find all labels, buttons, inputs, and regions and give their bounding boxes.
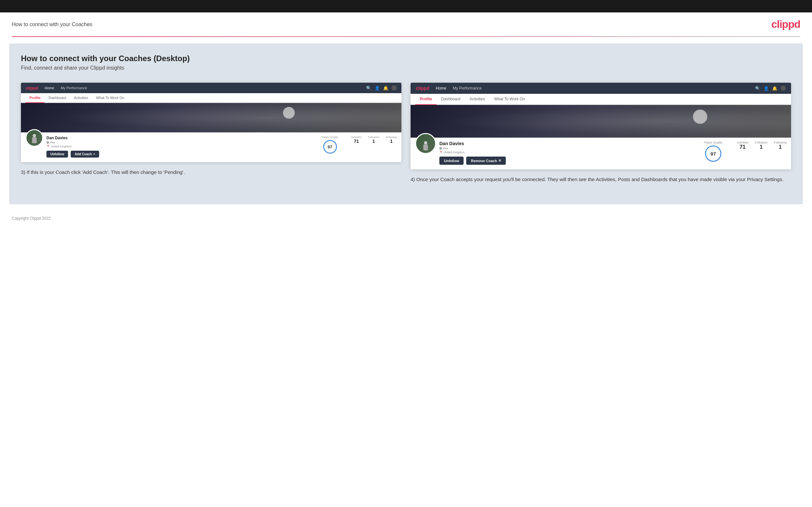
- left-activities-label: Activities: [351, 136, 361, 138]
- right-profile-info: Dan Davies Pro 📍 United Kingdom Unfollow…: [439, 141, 704, 165]
- left-badge-dot: [46, 141, 49, 144]
- left-profile-info: Dan Davies Pro 📍 United Kingdom Unfollow…: [46, 136, 322, 158]
- left-tab-activities[interactable]: Activities: [70, 93, 92, 103]
- right-badge-dot: [439, 147, 442, 150]
- right-followers-value: 1: [755, 144, 767, 150]
- user-icon[interactable]: 👤: [374, 86, 380, 91]
- left-stats: Activities 71 Followers 1 Following 1: [351, 136, 397, 144]
- left-avatar-figure: [31, 134, 38, 145]
- main-content: How to connect with your Coaches (Deskto…: [9, 44, 803, 204]
- right-profile-badge: Pro: [439, 147, 704, 150]
- right-avatar-figure: [422, 141, 429, 152]
- left-nav-icons: 🔍 👤 🔔: [366, 85, 397, 91]
- right-profile-section: Dan Davies Pro 📍 United Kingdom Unfollow…: [411, 137, 791, 169]
- right-unfollow-button[interactable]: Unfollow: [439, 157, 464, 165]
- right-nav-home[interactable]: Home: [436, 86, 446, 91]
- left-stat-following: Following 1: [386, 136, 397, 144]
- search-icon[interactable]: 🔍: [366, 86, 371, 91]
- right-avatar-icon[interactable]: [780, 86, 786, 91]
- top-bar: [0, 0, 812, 12]
- right-description: 4) Once your Coach accepts your request …: [411, 176, 791, 183]
- left-location-icon: 📍: [46, 145, 50, 148]
- right-following-value: 1: [774, 144, 786, 150]
- right-profile-name: Dan Davies: [439, 141, 704, 146]
- left-tab-what-to-work-on[interactable]: What To Work On: [92, 93, 128, 103]
- left-quality-label: Player Quality: [322, 136, 338, 138]
- add-icon: +: [93, 152, 95, 156]
- right-banner-circle: [693, 110, 707, 124]
- right-location-text: United Kingdom: [444, 151, 465, 154]
- left-profile-section: Dan Davies Pro 📍 United Kingdom Unfollow…: [21, 132, 401, 162]
- left-tab-dashboard[interactable]: Dashboard: [45, 93, 70, 103]
- header-title: How to connect with your Coaches: [12, 21, 92, 27]
- right-search-icon[interactable]: 🔍: [755, 86, 760, 91]
- right-following-label: Following: [774, 141, 786, 144]
- right-banner-overlay: [411, 105, 791, 137]
- remove-icon: ✕: [498, 159, 501, 163]
- left-profile-badge: Pro: [46, 141, 322, 144]
- left-unfollow-button[interactable]: Unfollow: [46, 151, 68, 158]
- right-user-icon[interactable]: 👤: [764, 86, 769, 91]
- right-bell-icon[interactable]: 🔔: [772, 86, 777, 91]
- left-followers-label: Followers: [368, 136, 379, 138]
- left-nav-home[interactable]: Home: [45, 86, 54, 90]
- left-mock-browser: clippd Home My Performance 🔍 👤 🔔 Profile…: [21, 83, 401, 162]
- left-stat-followers: Followers 1: [368, 136, 379, 144]
- left-followers-value: 1: [368, 138, 379, 144]
- left-quality-section: Player Quality 97: [322, 136, 338, 154]
- footer: Copyright Clippd 2022: [0, 211, 812, 226]
- right-stats: Activities 71 Followers 1 Following 1: [737, 141, 786, 150]
- footer-text: Copyright Clippd 2022: [12, 216, 51, 221]
- right-tab-profile[interactable]: Profile: [415, 94, 437, 105]
- right-tab-activities[interactable]: Activities: [465, 94, 490, 105]
- bell-icon[interactable]: 🔔: [383, 86, 388, 91]
- left-mock-nav: clippd Home My Performance 🔍 👤 🔔: [21, 83, 401, 93]
- right-activities-label: Activities: [737, 141, 749, 144]
- logo: clippd: [771, 18, 800, 31]
- right-location-icon: 📍: [439, 151, 443, 154]
- avatar-icon[interactable]: [392, 85, 397, 91]
- right-mock-nav: clippd Home My Performance 🔍 👤 🔔: [411, 83, 791, 94]
- right-nav-my-performance[interactable]: My Performance: [453, 86, 481, 91]
- left-nav-logo: clippd: [26, 86, 38, 91]
- header-divider: [12, 36, 800, 37]
- right-mock-banner: [411, 105, 791, 137]
- left-quality-circle: 97: [323, 140, 337, 154]
- right-profile-location: 📍 United Kingdom: [439, 151, 704, 154]
- left-following-value: 1: [386, 138, 397, 144]
- left-mock-banner: [21, 103, 401, 132]
- left-tab-profile[interactable]: Profile: [26, 93, 45, 103]
- right-quality-section: Player Quality 97: [704, 141, 722, 162]
- screenshots-row: clippd Home My Performance 🔍 👤 🔔 Profile…: [21, 83, 791, 183]
- left-avatar: [26, 129, 43, 147]
- right-stat-following: Following 1: [774, 141, 786, 150]
- left-location-text: United Kingdom: [51, 145, 72, 148]
- right-tab-what-to-work-on[interactable]: What To Work On: [490, 94, 529, 105]
- right-activities-value: 71: [737, 144, 749, 150]
- left-profile-buttons: Unfollow Add Coach +: [46, 151, 322, 158]
- left-mock-tabs: Profile Dashboard Activities What To Wor…: [21, 93, 401, 103]
- left-stat-activities: Activities 71: [351, 136, 361, 144]
- right-quality-circle: 97: [705, 146, 721, 162]
- right-badge-label: Pro: [443, 147, 448, 150]
- right-avatar: [415, 133, 436, 154]
- left-add-coach-button[interactable]: Add Coach +: [71, 151, 99, 158]
- left-activities-value: 71: [351, 138, 361, 144]
- left-badge-label: Pro: [50, 141, 55, 144]
- right-stat-activities: Activities 71: [737, 141, 749, 150]
- page-heading: How to connect with your Coaches (Deskto…: [21, 54, 791, 63]
- right-followers-label: Followers: [755, 141, 767, 144]
- right-quality-label: Player Quality: [704, 141, 722, 144]
- left-profile-name: Dan Davies: [46, 136, 322, 140]
- right-nav-logo: clippd: [416, 86, 429, 91]
- right-remove-coach-button[interactable]: Remove Coach ✕: [466, 157, 505, 165]
- page-subheading: Find, connect and share your Clippd insi…: [21, 65, 791, 71]
- right-stat-followers: Followers 1: [755, 141, 767, 150]
- left-screenshot-col: clippd Home My Performance 🔍 👤 🔔 Profile…: [21, 83, 401, 183]
- right-tab-dashboard[interactable]: Dashboard: [437, 94, 465, 105]
- header: How to connect with your Coaches clippd: [0, 12, 812, 36]
- left-nav-my-performance[interactable]: My Performance: [61, 86, 87, 90]
- right-nav-icons: 🔍 👤 🔔: [755, 86, 786, 91]
- left-banner-overlay: [21, 103, 401, 132]
- right-profile-buttons: Unfollow Remove Coach ✕: [439, 157, 704, 165]
